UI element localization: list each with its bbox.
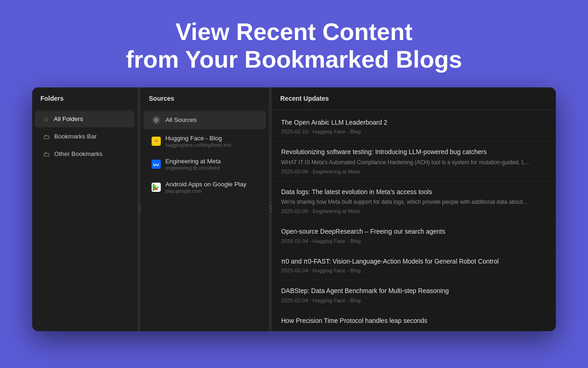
update-meta: 2025-02-10 · Hugging Face - Blog	[281, 129, 547, 134]
update-title: π0 and π0-FAST: Vision-Language-Action M…	[281, 257, 547, 266]
update-item-item4[interactable]: Open-source DeepResearch – Freeing our s…	[272, 221, 556, 251]
sources-panel-header: Sources	[141, 87, 269, 110]
update-meta: 2025-02-04 · Hugging Face - Blog	[281, 268, 547, 273]
source-name: Android Apps on Google Play	[165, 181, 246, 188]
source-name: Hugging Face - Blog	[165, 135, 231, 142]
update-meta: 2025-02-04 · Hugging Face - Blog	[281, 238, 547, 244]
source-item-google-play[interactable]: Android Apps on Google Playplay.google.c…	[143, 176, 266, 198]
folder-label: Bookmarks Bar	[54, 133, 96, 140]
update-item-item5[interactable]: π0 and π0-FAST: Vision-Language-Action M…	[272, 251, 556, 281]
updates-panel-header: Recent Updates	[272, 87, 556, 110]
source-name: All Sources	[165, 116, 197, 123]
updates-list: The Open Arabic LLM Leaderboard 22025-02…	[272, 110, 556, 331]
source-url: huggingface.co/blog/feed.xml	[165, 142, 231, 148]
update-title: Data logs: The latest evolution in Meta'…	[281, 188, 547, 197]
hero-section: View Recent Content from Your Bookmarked…	[117, 0, 471, 87]
app-window: Folders ☆All Folders🗀Bookmarks Bar🗀Other…	[32, 87, 556, 331]
source-item-huggingface[interactable]: 🤗Hugging Face - Bloghuggingface.co/blog/…	[143, 130, 266, 152]
source-name: Engineering at Meta	[165, 158, 221, 165]
folder-label: All Folders	[54, 115, 83, 122]
sources-list: All Sources🤗Hugging Face - Bloghuggingfa…	[141, 110, 269, 199]
folder-icon: 🗀	[43, 133, 50, 140]
folders-panel-header: Folders	[32, 87, 137, 110]
update-meta: 2025-02-06 · Engineering at Meta	[281, 169, 547, 174]
folder-item-all-folders[interactable]: ☆All Folders	[35, 111, 135, 127]
update-item-item6[interactable]: DABStep: Data Agent Benchmark for Multi-…	[272, 280, 556, 310]
update-item-item1[interactable]: The Open Arabic LLM Leaderboard 22025-02…	[272, 112, 556, 142]
update-excerpt: We're sharing how Meta built support for…	[281, 198, 547, 206]
source-item-engineering-meta[interactable]: Engineering at Metaengineering.fb.com/fe…	[143, 153, 266, 175]
source-url: engineering.fb.com/feed	[165, 165, 221, 171]
globe-source-icon	[152, 115, 161, 125]
update-item-item7[interactable]: How Precision Time Protocol handles leap…	[272, 310, 556, 331]
folder-item-other-bookmarks[interactable]: 🗀Other Bookmarks	[35, 146, 135, 162]
update-item-item3[interactable]: Data logs: The latest evolution in Meta'…	[272, 181, 556, 221]
sources-panel: Sources All Sources🤗Hugging Face - Blogh…	[141, 87, 269, 331]
update-title: The Open Arabic LLM Leaderboard 2	[281, 118, 547, 127]
folder-icon: 🗀	[43, 150, 50, 158]
hf-source-icon: 🤗	[152, 137, 161, 146]
update-item-item2[interactable]: Revolutionizing software testing: Introd…	[272, 141, 556, 181]
update-meta: 2025-02-05 · Engineering at Meta	[281, 208, 547, 214]
folder-label: Other Bookmarks	[54, 150, 102, 157]
update-meta: 2025-02-04 · Hugging Face - Blog	[281, 298, 547, 303]
hero-title: View Recent Content from Your Bookmarked…	[126, 18, 462, 74]
folders-panel: Folders ☆All Folders🗀Bookmarks Bar🗀Other…	[32, 87, 138, 331]
update-title: Open-source DeepResearch – Freeing our s…	[281, 227, 547, 236]
folders-list: ☆All Folders🗀Bookmarks Bar🗀Other Bookmar…	[32, 110, 137, 163]
update-title: Revolutionizing software testing: Introd…	[281, 148, 547, 157]
folder-item-bookmarks-bar[interactable]: 🗀Bookmarks Bar	[35, 128, 135, 145]
update-title: How Precision Time Protocol handles leap…	[281, 316, 547, 326]
star-icon: ☆	[43, 115, 49, 123]
source-item-all-sources[interactable]: All Sources	[143, 111, 266, 129]
gplay-source-icon	[152, 183, 161, 192]
update-excerpt: WHAT IT IS Meta's Automated Compliance H…	[281, 159, 547, 167]
source-url: play.google.com	[165, 188, 246, 194]
app-body: Folders ☆All Folders🗀Bookmarks Bar🗀Other…	[32, 87, 556, 331]
updates-panel: Recent Updates The Open Arabic LLM Leade…	[272, 87, 556, 331]
meta-source-icon	[152, 160, 161, 169]
update-title: DABStep: Data Agent Benchmark for Multi-…	[281, 287, 547, 296]
